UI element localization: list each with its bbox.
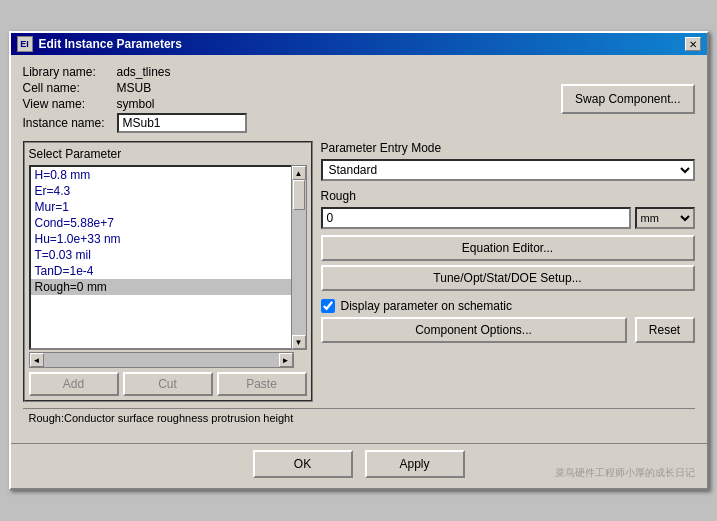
paste-button[interactable]: Paste (217, 372, 307, 396)
list-item[interactable]: TanD=1e-4 (31, 263, 292, 279)
close-button[interactable]: ✕ (685, 37, 701, 51)
reset-button[interactable]: Reset (635, 317, 695, 343)
rough-input-row: mm (321, 207, 695, 229)
scroll-right-arrow[interactable]: ► (279, 353, 293, 367)
list-item[interactable]: T=0.03 mil (31, 247, 292, 263)
display-checkbox-row: Display parameter on schematic (321, 299, 695, 313)
scroll-up-arrow[interactable]: ▲ (292, 166, 306, 180)
info-section: Library name: ads_tlines Cell name: MSUB… (23, 65, 695, 133)
dialog-title: Edit Instance Parameters (39, 37, 182, 51)
tune-opt-button[interactable]: Tune/Opt/Stat/DOE Setup... (321, 265, 695, 291)
list-item[interactable]: Rough=0 mm (31, 279, 292, 295)
list-item[interactable]: Er=4.3 (31, 183, 292, 199)
cell-value: MSUB (117, 81, 152, 95)
param-action-buttons: Add Cut Paste (29, 372, 307, 396)
watermark: 菜鸟硬件工程师小厚的成长日记 (555, 466, 695, 480)
list-item[interactable]: H=0.8 mm (31, 167, 292, 183)
equation-editor-button[interactable]: Equation Editor... (321, 235, 695, 261)
select-parameter-panel: Select Parameter H=0.8 mmEr=4.3Mur=1Cond… (23, 141, 313, 402)
rough-value-input[interactable] (321, 207, 631, 229)
cell-row: Cell name: MSUB (23, 81, 558, 95)
rough-unit-select[interactable]: mm (635, 207, 695, 229)
display-checkbox[interactable] (321, 299, 335, 313)
display-checkbox-label: Display parameter on schematic (341, 299, 512, 313)
cell-label: Cell name: (23, 81, 113, 95)
instance-name-input[interactable] (117, 113, 247, 133)
scroll-track-v (292, 180, 306, 335)
swap-btn-container: Swap Component... (561, 65, 694, 133)
view-value: symbol (117, 97, 155, 111)
scroll-left-arrow[interactable]: ◄ (30, 353, 44, 367)
parameter-entry-panel: Parameter Entry Mode Standard Rough mm E… (321, 141, 695, 402)
list-item[interactable]: Cond=5.88e+7 (31, 215, 292, 231)
scroll-track-h (44, 353, 279, 367)
apply-button[interactable]: Apply (365, 450, 465, 478)
param-list-container: H=0.8 mmEr=4.3Mur=1Cond=5.88e+7Hu=1.0e+3… (29, 165, 307, 350)
instance-label: Instance name: (23, 116, 113, 130)
scroll-thumb-v[interactable] (293, 180, 305, 210)
status-text: Rough:Conductor surface roughness protru… (29, 412, 294, 424)
select-param-label: Select Parameter (29, 147, 307, 161)
rough-label: Rough (321, 189, 695, 203)
add-button[interactable]: Add (29, 372, 119, 396)
scroll-down-arrow[interactable]: ▼ (292, 335, 306, 349)
list-item[interactable]: Hu=1.0e+33 nm (31, 231, 292, 247)
param-list[interactable]: H=0.8 mmEr=4.3Mur=1Cond=5.88e+7Hu=1.0e+3… (29, 165, 294, 350)
edit-instance-dialog: EI Edit Instance Parameters ✕ Library na… (9, 31, 709, 490)
view-row: View name: symbol (23, 97, 558, 111)
status-bar: Rough:Conductor surface roughness protru… (23, 408, 695, 427)
entry-mode-label: Parameter Entry Mode (321, 141, 695, 155)
cut-button[interactable]: Cut (123, 372, 213, 396)
library-label: Library name: (23, 65, 113, 79)
entry-mode-select[interactable]: Standard (321, 159, 695, 181)
title-bar-left: EI Edit Instance Parameters (17, 36, 182, 52)
instance-row: Instance name: (23, 113, 558, 133)
title-bar: EI Edit Instance Parameters ✕ (11, 33, 707, 55)
library-value: ads_tlines (117, 65, 171, 79)
list-item[interactable]: Mur=1 (31, 199, 292, 215)
swap-component-button[interactable]: Swap Component... (561, 84, 694, 114)
param-scrollbar-v[interactable]: ▲ ▼ (291, 165, 307, 350)
dialog-body: Library name: ads_tlines Cell name: MSUB… (11, 55, 707, 443)
dialog-icon: EI (17, 36, 33, 52)
footer-buttons: OK Apply 菜鸟硬件工程师小厚的成长日记 (11, 443, 707, 488)
main-panels: Select Parameter H=0.8 mmEr=4.3Mur=1Cond… (23, 141, 695, 402)
param-scrollbar-h[interactable]: ◄ ► (29, 352, 294, 368)
ok-button[interactable]: OK (253, 450, 353, 478)
library-row: Library name: ads_tlines (23, 65, 558, 79)
info-left: Library name: ads_tlines Cell name: MSUB… (23, 65, 558, 133)
view-label: View name: (23, 97, 113, 111)
entry-mode-section: Parameter Entry Mode Standard (321, 141, 695, 181)
rough-section: Rough mm (321, 189, 695, 229)
bottom-action-row: Component Options... Reset (321, 317, 695, 343)
component-options-button[interactable]: Component Options... (321, 317, 627, 343)
